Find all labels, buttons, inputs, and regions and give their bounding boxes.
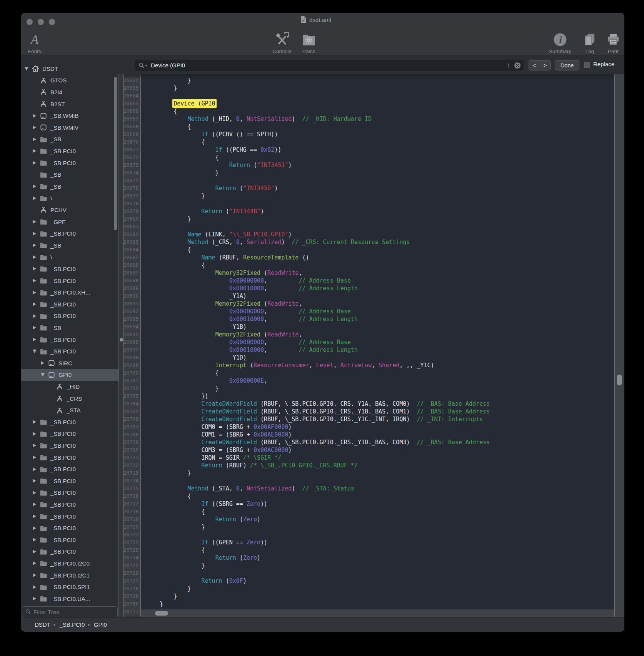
disclosure-triangle-icon[interactable]: [32, 526, 37, 530]
code-line[interactable]: Return (Zero): [146, 515, 260, 523]
code-line[interactable]: Method (_HID, 0, NotSerialized) // _HID:…: [146, 115, 372, 123]
tree-item-sb-pci0-i2c0[interactable]: _SB.PCI0.I2C0: [21, 557, 116, 569]
code-line[interactable]: }: [146, 585, 191, 592]
code-line[interactable]: }: [146, 385, 219, 392]
tree-item-sb[interactable]: _SB: [21, 239, 116, 251]
disclosure-triangle-icon[interactable]: [32, 338, 37, 341]
tree-item-[interactable]: \: [21, 192, 116, 204]
tree-item-hid[interactable]: _HID: [21, 381, 116, 393]
code-line[interactable]: 0x00000000, // Address Base: [146, 308, 351, 315]
disclosure-triangle-icon[interactable]: [23, 67, 29, 70]
disclosure-triangle-icon[interactable]: [32, 302, 37, 306]
disclosure-triangle-icon[interactable]: [32, 314, 37, 318]
horizontal-scrollbar-thumb[interactable]: [155, 611, 168, 616]
code-line[interactable]: 0x00010000, // Address Length: [146, 346, 358, 354]
code-line[interactable]: Name (RBUF, ResourceTemplate (): [146, 254, 309, 261]
tree-item-sb-pci0[interactable]: _SB.PCI0: [21, 145, 116, 157]
disclosure-triangle-icon[interactable]: [32, 550, 37, 554]
disclosure-triangle-icon[interactable]: [32, 184, 37, 188]
tree-item-b2i4[interactable]: B2I4: [21, 86, 116, 98]
zoom-window-button[interactable]: [49, 19, 55, 25]
disclosure-triangle-icon[interactable]: [32, 597, 37, 601]
tree-item-sb-pci0[interactable]: _SB.PCI0: [21, 428, 116, 440]
tree-item-sb-pci0-ua[interactable]: _SB.PCI0.UA...: [21, 593, 116, 604]
code-line[interactable]: 0x00010000, // Address Length: [146, 315, 358, 323]
code-line[interactable]: If ((GPEN == Zero)): [146, 539, 267, 546]
disclosure-triangle-icon[interactable]: [32, 538, 37, 542]
disclosure-triangle-icon[interactable]: [32, 232, 37, 236]
filter-tree-input[interactable]: Filter Tree: [22, 606, 118, 617]
tree-item-sb-pci0[interactable]: _SB.PCI0: [21, 487, 116, 499]
code-line[interactable]: _Y1B): [146, 323, 247, 331]
disclosure-triangle-icon[interactable]: [32, 585, 37, 589]
code-line[interactable]: {: [146, 246, 191, 254]
clear-search-icon[interactable]: [514, 62, 521, 69]
code-line[interactable]: {: [146, 261, 205, 269]
code-line[interactable]: Name (LINK, "\\_SB.PCI0.GPI0"): [146, 231, 292, 238]
code-line[interactable]: 0x00010000, // Address Length: [146, 284, 358, 292]
code-line[interactable]: {: [146, 138, 205, 146]
tree-item-sb-pci0[interactable]: _SB.PCI0: [21, 416, 116, 428]
code-line[interactable]: Memory32Fixed (ReadWrite,: [146, 331, 302, 338]
tree-item-pchv[interactable]: PCHV: [21, 204, 116, 216]
code-line[interactable]: 0x00000000, // Address Base: [146, 277, 351, 284]
disclosure-triangle-icon[interactable]: [32, 255, 37, 259]
code-editor[interactable]: } } Device (GPI0 { Method (_HID, 0, NotS…: [141, 74, 614, 609]
code-line[interactable]: }: [146, 84, 177, 92]
disclosure-triangle-icon[interactable]: [32, 267, 37, 271]
tree-item-gpi0[interactable]: GPI0: [21, 369, 118, 381]
code-line[interactable]: }: [146, 215, 191, 223]
code-line[interactable]: }: [146, 600, 163, 608]
disclosure-triangle-icon[interactable]: [32, 350, 37, 353]
disclosure-triangle-icon[interactable]: [32, 126, 37, 129]
disclosure-triangle-icon[interactable]: [32, 291, 37, 295]
tree-item-sb[interactable]: _SB: [21, 181, 116, 192]
editor-vertical-scrollbar[interactable]: [614, 74, 624, 617]
find-input[interactable]: Device (GPI0 1: [135, 60, 524, 71]
patch-button[interactable]: Patch: [292, 30, 326, 55]
tree-item-sb-pci0-xh[interactable]: _SB.PCI0.XH...: [21, 286, 116, 298]
code-line[interactable]: If ((SBRG == Zero)): [146, 500, 267, 508]
tree-item-sb-pci0[interactable]: _SB.PCI0: [21, 499, 116, 510]
tree-item-sb-pci0[interactable]: _SB.PCI0: [21, 534, 116, 546]
disclosure-triangle-icon[interactable]: [32, 443, 37, 447]
disclosure-triangle-icon[interactable]: [32, 161, 37, 165]
disclosure-triangle-icon[interactable]: [40, 373, 45, 377]
tree-item-sb-pci0[interactable]: _SB.PCI0: [21, 463, 116, 475]
tree-item-sb-pci0[interactable]: _SB.PCI0: [21, 263, 116, 275]
tree-item-sb[interactable]: _SB: [21, 169, 116, 181]
disclosure-triangle-icon[interactable]: [32, 196, 37, 200]
code-line[interactable]: COM1 = (SBRG + 0x00AE0000): [146, 431, 292, 438]
tree-item-sb[interactable]: _SB: [21, 322, 116, 334]
code-line[interactable]: If ((PCHV () == SPTH)): [146, 131, 278, 138]
code-line[interactable]: }: [146, 592, 177, 600]
disclosure-triangle-icon[interactable]: [32, 467, 37, 471]
divider-handle-icon[interactable]: [120, 338, 123, 341]
code-line[interactable]: If ((PCHG == 0x02)): [146, 146, 281, 154]
previous-match-button[interactable]: <: [529, 60, 540, 70]
next-match-button[interactable]: >: [540, 60, 551, 70]
tree-item-sb-pci0[interactable]: _SB.PCI0: [21, 345, 116, 357]
disclosure-triangle-icon[interactable]: [32, 114, 37, 118]
code-line[interactable]: CreateDWordField (RBUF, \_SB.PCI0.GPI0._…: [146, 415, 483, 423]
tree-item-sb-pci0[interactable]: _SB.PCI0: [21, 310, 116, 322]
print-button[interactable]: Print: [596, 30, 624, 55]
disclosure-triangle-icon[interactable]: [32, 491, 37, 495]
code-line[interactable]: }: [146, 192, 205, 200]
code-line[interactable]: 0x00000000, // Address Base: [146, 338, 351, 346]
tree-item-[interactable]: \: [21, 251, 116, 263]
tree-item-gpe[interactable]: _GPE: [21, 216, 116, 228]
tree-item-sb-pci0-i2c1[interactable]: _SB.PCI0.I2C1: [21, 569, 116, 581]
tree-item-sb-pci0[interactable]: _SB.PCI0: [21, 298, 116, 310]
code-line[interactable]: {: [146, 546, 205, 554]
code-line[interactable]: }: [146, 562, 205, 569]
tree-item-gtos[interactable]: GTOS: [21, 75, 116, 87]
done-button[interactable]: Done: [555, 60, 579, 70]
tree-item-dsdt[interactable]: DSDT: [21, 63, 116, 75]
tree-item-sb-pci0[interactable]: _SB.PCI0: [21, 522, 116, 534]
code-line[interactable]: Memory32Fixed (ReadWrite,: [146, 269, 302, 277]
tree-item-sb-pci0[interactable]: _SB.PCI0: [21, 452, 116, 464]
code-line[interactable]: Device (GPI0: [146, 100, 215, 107]
disclosure-triangle-icon[interactable]: [32, 514, 37, 518]
code-line[interactable]: 0x0000000E,: [146, 377, 267, 385]
